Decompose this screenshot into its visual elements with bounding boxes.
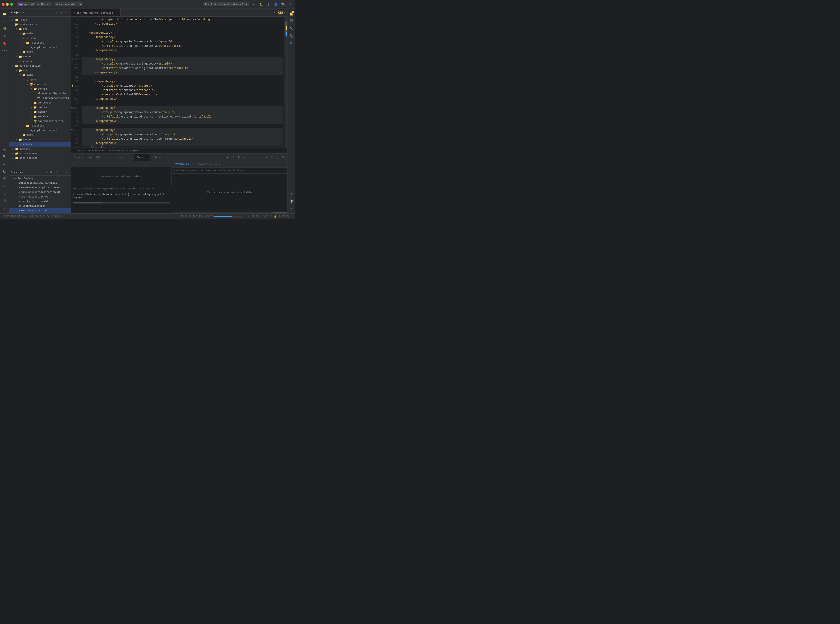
actuator-tab[interactable]: ⚡ Actuator	[150, 156, 169, 159]
profiler-tool-button[interactable]: ⏱	[2, 176, 8, 182]
profile-button[interactable]: 👤	[273, 2, 278, 7]
tree-item-borrow-config[interactable]: ▼ 📂 config	[9, 86, 71, 91]
status-encoding[interactable]: UTF-8	[265, 215, 272, 218]
tree-item-book-resources[interactable]: ▼ 📂 resources	[9, 40, 71, 45]
status-indent[interactable]: 4 spaces	[278, 215, 289, 218]
services-add-button[interactable]: +	[64, 170, 69, 175]
status-lf[interactable]: LF	[260, 215, 263, 218]
tree-item-book-java[interactable]: ▶ ☕ java	[9, 36, 71, 40]
tree-item-borrow-src[interactable]: ▼ 📂 src	[9, 68, 71, 73]
tree-item-eureka-server[interactable]: ▶ 📁 eureka-server	[9, 151, 71, 156]
tree-item-user-service[interactable]: ▶ 📁 user-service	[9, 156, 71, 161]
terminal-tool-button[interactable]: ⌨	[2, 183, 8, 189]
problems-tool-button[interactable]: ⚠	[2, 190, 8, 197]
console-scrollbar[interactable]	[73, 202, 170, 204]
tree-item-borrow-comtest[interactable]: ▼ 📦 com.test	[9, 82, 71, 86]
tree-item-borrow-app[interactable]: ▶ 🌱 BorrowApplication	[9, 119, 71, 124]
debug-stop-btn[interactable]: ⏹	[236, 155, 241, 160]
service-item-eureka02[interactable]: ● EurekaServerApplication-02	[9, 185, 71, 190]
breadcrumb-project[interactable]: project	[73, 149, 84, 152]
services-refresh-button[interactable]: ↺	[59, 170, 64, 175]
minimize-button[interactable]	[6, 3, 9, 6]
tree-item-borrow-controller[interactable]: ▶ 📁 controller	[9, 100, 71, 105]
tree-item-borrow-mapper[interactable]: ▶ 📁 mapper	[9, 110, 71, 114]
service-item-run-dashboard[interactable]: ▼ ▶ Run Dashboard	[9, 176, 71, 181]
debug-step-into-btn[interactable]: ↓	[247, 155, 252, 160]
variables-scrollbar-thumb[interactable]	[272, 212, 286, 213]
editor-scrollbar[interactable]	[285, 17, 287, 147]
tree-item-borrow-service-folder[interactable]: ▶ 📁 service	[9, 114, 71, 119]
debug-layout-btn[interactable]: ⊞	[280, 155, 285, 160]
debug-step-cursor-btn[interactable]: ↗	[258, 155, 263, 160]
gradle-button[interactable]: 🔨	[288, 25, 295, 32]
tree-item-borrow-lbconf[interactable]: ▶ 🌱 LoadBalancerConfig	[9, 96, 71, 100]
tree-item-borrow-resources[interactable]: ▼ 📂 resources	[9, 124, 71, 128]
tree-item-borrow-service[interactable]: ▼ 📂 borrow-service	[9, 63, 71, 68]
tree-item-borrow-test[interactable]: ▶ 📁 test	[9, 133, 71, 137]
power-button[interactable]: 🍃	[288, 198, 295, 204]
service-item-user01[interactable]: ● UserApplication-01	[9, 199, 71, 204]
console-area[interactable]: Switch frames from anywhere in the IDE w…	[71, 186, 172, 213]
tree-item-book-pom[interactable]: ▶ m pom.xml	[9, 59, 71, 63]
service-item-spring-root[interactable]: ▶ springCloudStudy [install]	[9, 181, 71, 185]
debug-run-btn[interactable]: ▶	[225, 155, 230, 160]
find-tool-button[interactable]: 🔍	[2, 153, 8, 160]
history-button[interactable]: ⟳	[288, 190, 295, 197]
debug-clear-btn[interactable]: 🗑	[269, 155, 274, 160]
settings-sidebar-button[interactable]: ⚙	[64, 10, 69, 15]
debug-resume-btn[interactable]: ⚡	[230, 155, 235, 160]
tab-close-button[interactable]: ×	[114, 11, 118, 14]
commit-tool-button[interactable]: ✓	[2, 18, 8, 25]
tree-item-book-appyml[interactable]: ▶ 🔧 application.yml	[9, 45, 71, 50]
tree-item-book-test[interactable]: ▶ 📁 test	[9, 50, 71, 54]
project-selector[interactable]: sc springCloudStudy ▾	[17, 2, 52, 6]
breadcrumb-dependency[interactable]: dependency	[108, 149, 124, 152]
tree-item-commons[interactable]: ▶ 📁 commons	[9, 147, 71, 151]
run-tool-button[interactable]: ▶	[2, 161, 8, 167]
debug-tab-console[interactable]: Console	[134, 154, 150, 161]
status-vcs-icon[interactable]: ⎇	[247, 215, 250, 218]
status-position[interactable]: 33:43	[252, 215, 258, 218]
tree-item-book-target[interactable]: ▶ 📁 target	[9, 54, 71, 59]
editor-tab-pom[interactable]: m pom.xml (borrow-service) ×	[71, 9, 121, 16]
service-item-book[interactable]: ⏹ BookApplication	[9, 204, 71, 208]
search-button[interactable]: 🔍	[280, 2, 286, 7]
debug-eval-btn[interactable]: =	[264, 155, 269, 160]
eval-expression-input[interactable]	[172, 168, 287, 173]
run-config-selector[interactable]: EurekaServerApplication-01 ▾	[203, 2, 249, 6]
debug-tab-frames[interactable]: Frames	[71, 154, 86, 161]
database-right-button[interactable]: 🗄	[288, 18, 295, 25]
tree-item-borrow-java[interactable]: ▼ ☕ java	[9, 77, 71, 82]
bookmarks-tool-button[interactable]: 🔖	[2, 40, 8, 46]
debug-tab-variables[interactable]: Variables	[86, 154, 105, 161]
database-tool-button[interactable]: 🗄	[2, 198, 8, 204]
tree-item-borrow-beanconf[interactable]: ▶ 🌱 BeanConfiguration	[9, 91, 71, 96]
breadcrumb-dependencies[interactable]: dependencies	[87, 149, 105, 152]
services-collapse-button[interactable]: ▲	[44, 170, 49, 175]
plugins-button[interactable]: 🔌	[288, 33, 295, 39]
tree-item-borrow-main[interactable]: ▼ 📂 main	[9, 73, 71, 77]
status-path[interactable]: ⚙ springCloudStudy > borrow-service > po…	[2, 215, 63, 218]
project-tool-button[interactable]: 📁	[2, 11, 8, 17]
services-tool-button[interactable]: ☰	[2, 146, 8, 153]
collapse-all-button[interactable]: ⊟	[54, 10, 59, 15]
git-right-button[interactable]: ✦	[288, 205, 295, 212]
status-kotlin[interactable]: K	[244, 215, 245, 218]
console-close-button[interactable]: ×	[168, 187, 170, 191]
tree-item-borrow-target[interactable]: ▶ 📁 target	[9, 137, 71, 142]
tree-item-idea[interactable]: ▶ 📁 .idea	[9, 17, 71, 22]
breadcrumb-groupid[interactable]: groupId	[127, 149, 138, 152]
locate-file-button[interactable]: ◎	[59, 10, 64, 15]
vcs-selector[interactable]: Version control ▾	[54, 2, 83, 6]
debug-button[interactable]: 🐛	[258, 2, 264, 7]
tree-item-book-main[interactable]: ▼ 📂 main	[9, 31, 71, 36]
service-item-user02[interactable]: ● UserApplication-02	[9, 195, 71, 199]
service-item-eureka01[interactable]: ● EurekaServerApplication-01	[9, 190, 71, 195]
services-stop-button[interactable]: ⏹	[49, 170, 54, 175]
variables-scrollbar[interactable]	[172, 212, 287, 213]
debug-more-btn[interactable]: ⋮	[275, 155, 280, 160]
debug-step-over-btn[interactable]: ↷	[241, 155, 247, 160]
debug-step-out-btn[interactable]: ↑	[253, 155, 258, 160]
tree-item-book-service[interactable]: ▼ 📂 book-service	[9, 22, 71, 27]
debug-tab-java-visualizer[interactable]: Java Visualizer	[105, 154, 134, 161]
